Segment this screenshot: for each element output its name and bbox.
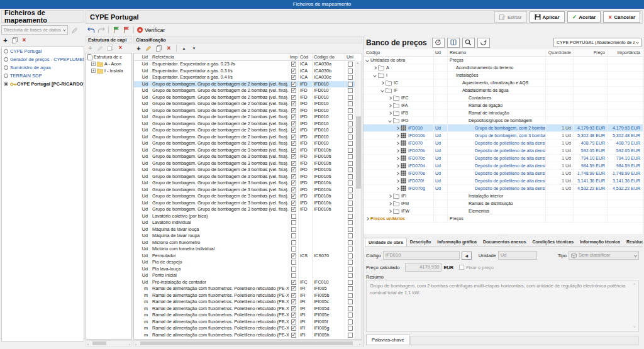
preco-field[interactable]: 4179.930 xyxy=(405,263,441,272)
col-codigo[interactable]: Código xyxy=(364,49,434,56)
col-cod[interactable]: Cód xyxy=(299,53,313,60)
classification-row[interactable]: UdMictório com fluxómetro xyxy=(134,240,355,247)
classification-row[interactable]: UdPia lava-louça xyxy=(134,266,355,273)
imp-checkbox[interactable] xyxy=(291,121,296,126)
classification-row[interactable]: UdGrupo de bombagem. Grupo de bombagem d… xyxy=(134,193,355,200)
classification-row[interactable]: UdMáquina de lavar roupa xyxy=(134,233,355,240)
imp-checkbox[interactable] xyxy=(291,280,296,285)
imp-checkbox[interactable] xyxy=(291,233,296,238)
uni-checkbox[interactable] xyxy=(348,319,353,324)
price-tree-row[interactable]: IFD070eUdDepósito de polietileno de alta… xyxy=(364,170,643,177)
tipo-dropdown[interactable]: Sem classificar xyxy=(569,251,639,260)
price-tree-row[interactable]: IFDDepósitos/grupos de bombagem xyxy=(364,117,643,125)
resumo-scrollbar[interactable]: ˄ ˅ xyxy=(631,281,638,331)
imp-checkbox[interactable] xyxy=(291,62,296,67)
classification-row[interactable]: UdGrupo de bombagem. Grupo de bombagem d… xyxy=(134,160,355,167)
classification-row[interactable]: UdEsquentador. Esquentador a gás. 0.3 l/… xyxy=(134,68,355,75)
classification-row[interactable]: mRamal de alimentação com fluxómetros. P… xyxy=(134,325,355,332)
radio-button-icon[interactable] xyxy=(4,57,8,62)
expand-icon[interactable] xyxy=(396,126,399,130)
scroll-right-icon[interactable]: › xyxy=(359,342,360,346)
uni-checkbox[interactable] xyxy=(348,135,353,140)
imp-checkbox[interactable] xyxy=(291,69,296,74)
expand-icon[interactable] xyxy=(396,157,399,160)
radio-button-icon[interactable] xyxy=(4,49,8,53)
imp-checkbox[interactable] xyxy=(291,227,296,232)
expand-icon[interactable] xyxy=(396,164,399,168)
resumo-textarea[interactable]: Grupo de bombagem, com 2 bombas centrífu… xyxy=(366,280,639,332)
expand-icon[interactable] xyxy=(365,217,369,221)
price-tree-row[interactable]: IFARamal de ligação xyxy=(364,102,643,109)
uni-checkbox[interactable] xyxy=(348,201,353,206)
keywords-input[interactable] xyxy=(410,336,639,345)
uni-checkbox[interactable] xyxy=(348,333,353,338)
uni-checkbox[interactable] xyxy=(348,69,353,74)
classification-row[interactable]: UdGrupo de bombagem. Grupo de bombagem d… xyxy=(134,153,355,160)
structure-folder-node[interactable]: + A - Acon xyxy=(86,60,131,67)
edit-directory-button[interactable] xyxy=(70,26,79,34)
imp-checkbox[interactable] xyxy=(291,207,296,212)
scroll-up-icon[interactable]: ˄ xyxy=(633,282,636,287)
classification-row[interactable]: UdGrupo de bombagem. Grupo de bombagem d… xyxy=(134,87,355,94)
imp-checkbox[interactable] xyxy=(291,273,296,278)
imp-checkbox[interactable] xyxy=(291,194,296,199)
window-titlebar[interactable]: Ficheiros de mapeamento xyxy=(0,0,644,9)
radio-button-icon[interactable] xyxy=(4,82,8,86)
uni-checkbox[interactable] xyxy=(348,88,353,93)
cancelar-button[interactable]: × Cancelar xyxy=(603,11,640,23)
classification-hscrollbar[interactable]: ‹ › xyxy=(133,340,362,346)
price-tree-row[interactable]: IFD070dUdDepósito de polietileno de alta… xyxy=(364,162,643,170)
uni-checkbox[interactable] xyxy=(348,101,353,106)
scroll-left-icon[interactable]: ‹ xyxy=(87,342,89,346)
classification-row[interactable]: UdGrupo de bombagem. Grupo de bombagem d… xyxy=(134,174,355,180)
database-item[interactable]: TERRAIN SDP xyxy=(2,72,84,80)
classification-row[interactable]: UdGrupo de bombagem. Grupo de bombagem d… xyxy=(134,81,355,88)
edit-row-button[interactable] xyxy=(145,44,153,52)
aplicar-button[interactable]: Aplicar xyxy=(530,11,565,23)
classification-row[interactable]: UdEsquentador. Esquentador a gás. 0.23 l… xyxy=(134,61,355,68)
imp-checkbox[interactable] xyxy=(291,214,296,219)
tab-documentos-anexos[interactable]: Documentos anexos xyxy=(480,238,529,247)
expand-icon[interactable] xyxy=(373,66,377,70)
copy-chapter-button[interactable] xyxy=(106,44,114,52)
uni-checkbox[interactable] xyxy=(348,75,353,80)
classification-row[interactable]: UdGrupo de bombagem. Grupo de bombagem d… xyxy=(134,180,355,187)
uni-checkbox[interactable] xyxy=(348,174,353,179)
uni-checkbox[interactable] xyxy=(348,121,353,126)
book-button[interactable] xyxy=(447,38,460,48)
edit-chapter-button[interactable] xyxy=(96,44,104,52)
database-item[interactable]: CYPE Portugal [PC-RICARDO] xyxy=(2,80,84,88)
expand-icon[interactable] xyxy=(396,149,399,153)
tab-unidade-de-obra[interactable]: Unidade de obra xyxy=(365,238,407,247)
expand-icon[interactable] xyxy=(388,111,392,115)
imp-checkbox[interactable] xyxy=(291,141,296,146)
col-preco[interactable]: Preço xyxy=(574,49,608,56)
classification-row[interactable]: UdGrupo de bombagem. Grupo de bombagem d… xyxy=(134,127,355,134)
col-ud[interactable]: Ud xyxy=(134,53,150,60)
classification-row[interactable]: mRamal de alimentação com fluxómetros. P… xyxy=(134,332,355,339)
imp-checkbox[interactable] xyxy=(291,326,296,331)
red-flag-button[interactable] xyxy=(122,26,130,34)
expand-icon[interactable] xyxy=(396,172,399,175)
tab-descricao[interactable]: Descrição xyxy=(407,238,434,247)
tab-condicoes-tecnicas[interactable]: Condições técnicas xyxy=(529,238,577,247)
col-resumo[interactable]: Resumo xyxy=(448,49,546,56)
col-referencia[interactable]: Referência xyxy=(150,53,289,60)
classification-row[interactable]: UdGrupo de bombagem. Grupo de bombagem d… xyxy=(134,101,355,108)
codigo-field[interactable]: IFD010 xyxy=(383,251,460,260)
uni-checkbox[interactable] xyxy=(348,180,353,186)
uni-checkbox[interactable] xyxy=(348,194,353,199)
uni-checkbox[interactable] xyxy=(348,240,353,245)
copy-row-button[interactable] xyxy=(155,44,163,52)
classification-vscrollbar[interactable]: ˄ xyxy=(355,61,362,339)
col-quantidade[interactable]: Quantidade xyxy=(546,49,574,56)
classification-row[interactable]: mRamal de alimentação com fluxómetros. P… xyxy=(134,306,355,313)
scroll-thumb[interactable] xyxy=(140,341,353,345)
database-item[interactable]: CYPE Portugal xyxy=(2,47,84,55)
classification-row[interactable]: UdPia de despejo xyxy=(134,259,355,266)
price-tree-row[interactable]: Preços unitáriosPreços xyxy=(364,215,643,223)
col-imp[interactable]: Imp xyxy=(289,53,299,60)
imp-checkbox[interactable] xyxy=(291,167,296,172)
price-tree-row[interactable]: IFCContadores xyxy=(364,94,643,102)
classification-row[interactable]: UdGrupo de bombagem. Grupo de bombagem d… xyxy=(134,134,355,141)
